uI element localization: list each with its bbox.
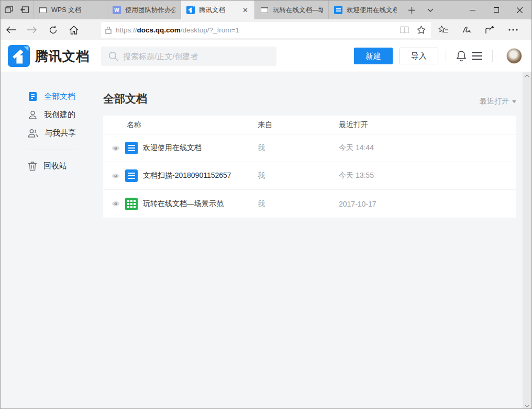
sidebar: 全部文档 我创建的 与我共享 回收站 [1, 72, 103, 409]
refresh-icon[interactable] [42, 19, 63, 40]
more-options-icon[interactable] [508, 29, 518, 31]
divider [492, 50, 493, 62]
close-window-button[interactable] [508, 1, 531, 19]
doc-last-opened: 2017-10-17 [339, 200, 516, 208]
doc-title: 玩转在线文档—场景示范 [143, 199, 224, 209]
sidebar-item-created-by-me[interactable]: 我创建的 [1, 106, 103, 124]
favorites-hub-icon[interactable] [438, 26, 449, 34]
doc-file-icon [125, 169, 138, 182]
window-icon [39, 6, 47, 14]
chevron-down-icon [512, 100, 516, 103]
home-icon[interactable] [63, 19, 84, 40]
viewed-eye-icon [112, 201, 120, 207]
new-tab-button[interactable] [402, 1, 421, 19]
tab-title: 腾讯文档 [199, 6, 237, 15]
tab-team-collab[interactable]: W 使用团队协作办公 [107, 1, 181, 19]
brand-name: 腾讯文档 [35, 48, 90, 65]
tab-wps-docs[interactable]: WPS 文档 [33, 1, 107, 19]
url-text: https://docs.qq.com/desktop/?_from=1 [116, 26, 400, 34]
sidebar-item-label: 我创建的 [44, 110, 75, 120]
table-row[interactable]: 文档扫描-20180901152657 我 今天 13:55 [103, 162, 516, 190]
minimize-button[interactable] [461, 1, 484, 19]
share-icon[interactable] [485, 26, 495, 34]
user-avatar[interactable] [506, 48, 522, 64]
sheet-file-icon [125, 198, 138, 210]
window-controls [461, 1, 531, 19]
tab-title: WPS 文档 [51, 6, 102, 15]
back-icon[interactable] [1, 19, 21, 40]
page-title: 全部文档 [103, 92, 147, 106]
page-scrollbar[interactable] [523, 72, 531, 409]
tab-title: 欢迎使用在线文档 [347, 6, 397, 15]
maximize-button[interactable] [484, 1, 508, 19]
table-row[interactable]: 欢迎使用在线文档 我 今天 14:44 [103, 134, 516, 162]
doc-last-opened: 今天 14:44 [339, 143, 516, 153]
tab-play-online-docs[interactable]: 玩转在线文档—场景示范 [254, 1, 328, 19]
doc-title: 欢迎使用在线文档 [143, 143, 202, 153]
sidebar-item-trash[interactable]: 回收站 [1, 157, 103, 175]
column-last-opened: 最近打开 [339, 120, 516, 130]
document-list: 名称 来自 最近打开 欢迎使用在线文档 我 今天 14:44 [103, 116, 516, 218]
tab-title: 使用团队协作办公 [125, 6, 175, 15]
sidebar-item-label: 回收站 [43, 161, 67, 171]
header-actions: 新建 导入 [354, 48, 522, 64]
viewed-eye-icon [112, 173, 120, 179]
scroll-down-icon[interactable] [525, 404, 529, 407]
sidebar-item-label: 全部文档 [44, 92, 75, 101]
table-row[interactable]: 玩转在线文档—场景示范 我 2017-10-17 [103, 190, 516, 218]
table-header: 名称 来自 最近打开 [103, 116, 516, 134]
sidebar-divider [27, 150, 77, 150]
tab-list-dropdown-icon[interactable] [421, 1, 440, 19]
set-tabs-aside-icon[interactable] [17, 1, 33, 19]
sort-label: 最近打开 [480, 97, 509, 106]
doc-file-icon [125, 142, 138, 154]
reading-view-icon[interactable] [400, 26, 409, 34]
doc-from: 我 [258, 171, 339, 180]
search-input[interactable] [101, 47, 276, 66]
person-icon [28, 110, 38, 120]
import-button[interactable]: 导入 [400, 48, 438, 64]
content-area: 全部文档 我创建的 与我共享 回收站 全部文档 最近打开 [1, 72, 524, 409]
search-box [101, 47, 276, 66]
blue-doc-icon [334, 6, 342, 14]
main-panel: 全部文档 最近打开 名称 来自 最近打开 欢迎使用在线文档 [103, 72, 516, 218]
lock-icon [105, 26, 112, 34]
viewed-eye-icon [112, 145, 120, 151]
sidebar-item-all-docs[interactable]: 全部文档 [1, 87, 103, 106]
documents-icon [28, 92, 38, 101]
sidebar-item-shared-with-me[interactable]: 与我共享 [1, 124, 103, 142]
tencent-docs-logo-icon [8, 45, 30, 67]
column-from: 来自 [258, 120, 339, 130]
favorite-star-icon[interactable] [417, 26, 426, 34]
url-field[interactable]: https://docs.qq.com/desktop/?_from=1 [101, 22, 431, 38]
doc-from: 我 [258, 143, 339, 153]
column-name: 名称 [103, 120, 258, 130]
tab-close-icon[interactable]: ✕ [241, 6, 249, 14]
doc-title: 文档扫描-20180901152657 [143, 171, 231, 180]
tab-title: 玩转在线文档—场景示范 [273, 6, 323, 15]
forward-icon[interactable] [21, 19, 42, 40]
doc-last-opened: 今天 13:55 [339, 171, 516, 180]
trash-icon [28, 161, 37, 171]
site-header: 腾讯文档 新建 导入 [1, 40, 531, 72]
tab-preview-icon[interactable] [1, 1, 17, 19]
notifications-bell-icon[interactable] [453, 48, 469, 64]
menu-hamburger-icon[interactable] [469, 48, 485, 64]
tencent-docs-brand[interactable]: 腾讯文档 [8, 45, 90, 67]
tab-welcome-online-docs[interactable]: 欢迎使用在线文档 [328, 1, 402, 19]
people-icon [28, 128, 38, 138]
divider [446, 50, 446, 62]
doc-from: 我 [258, 199, 339, 209]
scroll-up-icon[interactable] [525, 74, 529, 77]
tab-bar: WPS 文档 W 使用团队协作办公 腾讯文档 ✕ 玩转在线文档—场景示范 欢迎使… [1, 1, 531, 19]
browser-toolbar-right [438, 26, 518, 34]
tab-tencent-docs[interactable]: 腾讯文档 ✕ [181, 1, 254, 19]
tencent-docs-logo-icon [186, 6, 195, 14]
address-bar: https://docs.qq.com/desktop/?_from=1 [1, 19, 531, 40]
new-document-button[interactable]: 新建 [354, 48, 393, 64]
web-note-pen-icon[interactable] [462, 26, 472, 34]
sort-dropdown[interactable]: 最近打开 [480, 97, 516, 106]
search-icon [108, 51, 118, 61]
browser-window: WPS 文档 W 使用团队协作办公 腾讯文档 ✕ 玩转在线文档—场景示范 欢迎使… [0, 0, 532, 409]
window-icon [260, 6, 269, 14]
